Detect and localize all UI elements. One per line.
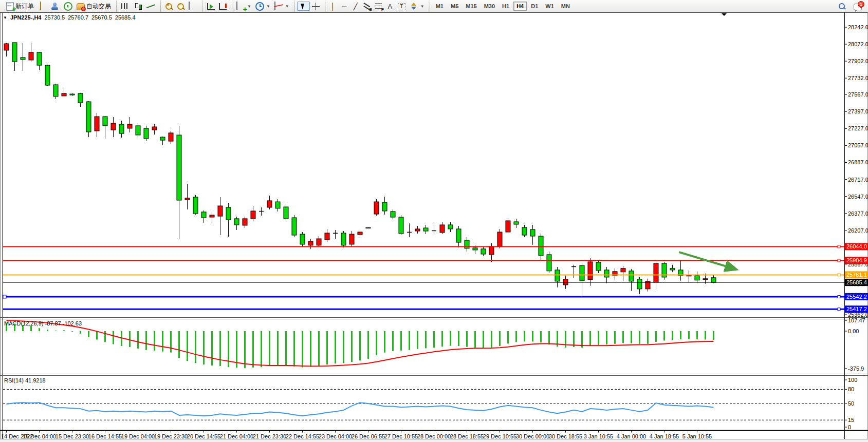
search-button[interactable] xyxy=(836,2,847,11)
timeframe-button-d1[interactable]: D1 xyxy=(528,2,541,11)
periods-button[interactable]: ▼ xyxy=(253,1,272,12)
timeframe-button-w1[interactable]: W1 xyxy=(542,2,557,11)
search-icon xyxy=(838,3,845,10)
toolbar-group-zoom: + − xyxy=(160,1,201,12)
horizontal-line-button[interactable]: ─ xyxy=(339,2,350,11)
toolbar-group-charttype xyxy=(116,1,159,12)
trendline-icon: ╱ xyxy=(352,3,359,10)
svg-text:4 Jan 00:00: 4 Jan 00:00 xyxy=(617,433,647,439)
svg-text:26547.0: 26547.0 xyxy=(848,194,868,200)
cursor-icon xyxy=(301,3,306,10)
svg-text:5 Jan 10:55: 5 Jan 10:55 xyxy=(682,433,712,439)
zoom-in-button[interactable]: + xyxy=(163,2,175,11)
notifications-button[interactable]: 1 xyxy=(852,1,864,11)
chart-shift-button[interactable] xyxy=(217,1,229,11)
line-anchor-marker[interactable] xyxy=(838,274,840,276)
main-toolbar: 新订单 自动交易 + − ▼ ▼ ▼ │ ─ ╱ E F A T xyxy=(0,0,868,13)
templates-button[interactable]: ▼ xyxy=(272,1,291,11)
bar-chart-button[interactable] xyxy=(119,1,132,11)
svg-text:15: 15 xyxy=(848,417,854,423)
svg-text:26717.0: 26717.0 xyxy=(848,177,868,183)
clock-icon xyxy=(255,2,264,11)
svg-text:26044.0: 26044.0 xyxy=(846,243,867,249)
timeframe-button-m30[interactable]: M30 xyxy=(481,2,498,11)
quote-high: 25760.7 xyxy=(68,14,88,21)
cursor-button[interactable] xyxy=(297,2,310,11)
template-icon xyxy=(274,2,275,10)
svg-text:107.47: 107.47 xyxy=(848,317,865,323)
chevron-down-icon: ▼ xyxy=(247,4,251,9)
timeframe-button-m5[interactable]: M5 xyxy=(448,2,461,11)
tile-windows-button[interactable] xyxy=(187,1,199,11)
new-order-button[interactable]: 新订单 xyxy=(3,1,36,12)
autotrading-button[interactable]: 自动交易 xyxy=(75,1,113,12)
timeframe-button-mn[interactable]: MN xyxy=(558,2,573,11)
line-anchor-marker[interactable] xyxy=(3,295,6,298)
horizontal-line-icon: ─ xyxy=(341,3,348,10)
timeframe-button-m15[interactable]: M15 xyxy=(463,2,479,11)
line-anchor-marker[interactable] xyxy=(838,308,840,311)
fibonacci-icon: F xyxy=(375,2,382,10)
auto-scroll-button[interactable] xyxy=(205,1,217,11)
timeframe-button-h1[interactable]: H1 xyxy=(499,2,512,11)
line-anchor-marker[interactable] xyxy=(838,295,840,298)
svg-text:16 Dec 14:55: 16 Dec 14:55 xyxy=(88,433,122,439)
new-order-icon xyxy=(6,2,14,11)
indicators-icon xyxy=(236,2,237,10)
svg-text:28 Dec 00:00: 28 Dec 00:00 xyxy=(417,433,451,439)
svg-text:28242.0: 28242.0 xyxy=(848,24,868,30)
arrows-button[interactable]: ▼ xyxy=(408,1,427,11)
arrows-icon xyxy=(410,2,418,10)
candlestick-button[interactable] xyxy=(132,1,144,11)
svg-text:28 Dec 18:55: 28 Dec 18:55 xyxy=(450,433,484,439)
timeframe-button-m1[interactable]: M1 xyxy=(433,2,447,11)
svg-text:0.00: 0.00 xyxy=(848,328,859,334)
one-click-trading-arrow-icon[interactable]: ▼ xyxy=(3,15,7,20)
signal-icon xyxy=(64,2,72,11)
chart-canvas[interactable]: 28242.028072.027902.027732.027567.027397… xyxy=(0,12,868,442)
svg-text:25417.2: 25417.2 xyxy=(846,306,867,312)
channel-button[interactable]: E xyxy=(361,1,373,11)
text-button[interactable]: A xyxy=(384,2,396,11)
tile-windows-icon xyxy=(189,2,190,10)
fibonacci-button[interactable]: F xyxy=(373,1,384,11)
signals-button[interactable] xyxy=(62,1,75,12)
trendline-button[interactable]: ╱ xyxy=(350,2,361,11)
toolbar-group-scroll xyxy=(202,1,231,12)
channel-icon: E xyxy=(363,2,371,10)
toolbar-group-cursor xyxy=(294,1,324,12)
svg-text:25685.4: 25685.4 xyxy=(846,279,867,285)
indicators-button[interactable]: ▼ xyxy=(234,1,253,11)
chart-title: ▼ JPN225-,H4 25730.5 25760.7 25670.5 256… xyxy=(3,14,136,21)
zoom-out-button[interactable]: − xyxy=(175,2,187,11)
svg-text:27397.0: 27397.0 xyxy=(848,108,868,114)
timeframe-toolbar: M1M5M15M30H1H4D1W1MN xyxy=(430,1,576,12)
line-chart-button[interactable] xyxy=(144,1,157,11)
toolbar-group-order: 新订单 自动交易 xyxy=(1,1,115,12)
svg-text:27227.0: 27227.0 xyxy=(848,125,868,131)
price-badge-25761.1: 25761.1 xyxy=(845,271,868,278)
chart-window[interactable]: ▼ JPN225-,H4 25730.5 25760.7 25670.5 256… xyxy=(0,12,868,442)
svg-text:15 Dec 04:00: 15 Dec 04:00 xyxy=(23,433,56,439)
svg-text:20 Dec 14:55: 20 Dec 14:55 xyxy=(187,433,220,439)
crosshair-icon xyxy=(312,3,320,10)
market-watch-button[interactable] xyxy=(36,1,49,11)
mt4-terminal: { "toolbar": { "new_order_label": "新订单",… xyxy=(0,0,868,442)
svg-text:27567.0: 27567.0 xyxy=(848,91,868,98)
zoom-out-icon: − xyxy=(177,3,184,10)
svg-text:4 Jan 18:55: 4 Jan 18:55 xyxy=(650,433,679,439)
vertical-line-icon: │ xyxy=(329,3,337,10)
text-label-button[interactable]: T xyxy=(396,2,408,11)
line-anchor-marker[interactable] xyxy=(838,245,840,248)
svg-text:30 Dec 18:55: 30 Dec 18:55 xyxy=(549,433,582,439)
price-badge-25542.2: 25542.2 xyxy=(845,293,868,300)
timeframe-button-h4[interactable]: H4 xyxy=(513,2,527,11)
vertical-line-button[interactable]: │ xyxy=(327,2,339,11)
toolbar-group-objects: │ ─ ╱ E F A T ▼ xyxy=(325,1,429,12)
navigator-button[interactable] xyxy=(49,1,62,11)
svg-text:27732.0: 27732.0 xyxy=(848,75,868,81)
line-anchor-marker[interactable] xyxy=(838,259,840,262)
svg-text:19 Dec 04:00: 19 Dec 04:00 xyxy=(121,433,155,439)
candlestick-icon xyxy=(134,2,142,10)
crosshair-button[interactable] xyxy=(310,2,322,11)
